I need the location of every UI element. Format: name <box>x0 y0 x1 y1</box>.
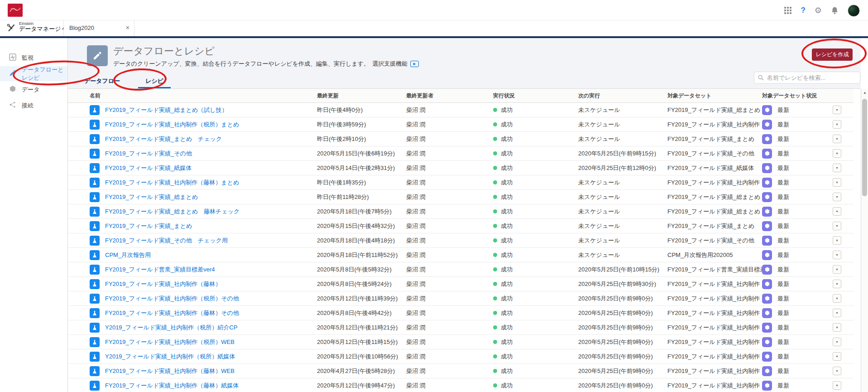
success-dot-icon <box>493 137 497 141</box>
recipe-flask-icon <box>90 265 100 275</box>
workspace-tab-blog2020[interactable]: Blog2020 × <box>63 20 134 36</box>
recipe-name-link[interactable]: FY2019_フィールド実績_社内制作（藤林）まとめ <box>105 179 317 187</box>
sidebar-item-monitor[interactable]: 監視 <box>0 50 67 65</box>
recipe-flask-icon <box>90 337 100 347</box>
recipe-name-link[interactable]: FY2019_フィールド実績_総まとめ 藤林チェック <box>105 208 317 216</box>
recipe-name-link[interactable]: Y2019_フィールド実績_社内制作（税所）紹介CP <box>105 324 317 332</box>
row-actions-dropdown[interactable]: ▼ <box>833 251 841 259</box>
video-play-icon[interactable]: ▶ <box>410 61 419 67</box>
assist-link[interactable]: 選択支援機能 <box>372 60 408 68</box>
user-avatar[interactable] <box>848 5 860 17</box>
recipe-name-link[interactable]: FY2019_フィールド実績_社内制作（税所）まとめ <box>105 121 317 129</box>
recipe-flask-icon <box>90 294 100 304</box>
recipe-name-link[interactable]: FY2019_フィールド実績_社内制作（税所）WEB <box>105 338 317 346</box>
col-next-run[interactable]: 次の実行 <box>578 92 667 100</box>
recipe-name-link[interactable]: FY2019_フィールド実績_社内制作（藤林）紙媒体 <box>105 382 317 390</box>
row-actions-dropdown[interactable]: ▼ <box>833 236 841 245</box>
tab-recipe[interactable]: レシピ <box>138 75 171 88</box>
row-actions-dropdown[interactable]: ▼ <box>833 367 841 375</box>
setup-gear-icon[interactable]: ⚙ <box>815 6 822 15</box>
last-updated-by-value: 柴沼 潤 <box>406 251 493 259</box>
recipe-name-link[interactable]: FY2019_フィールド実績_まとめ <box>105 222 317 230</box>
success-dot-icon <box>493 195 497 199</box>
recipe-name-link[interactable]: FY2019_フィールド実績_総まとめ <box>105 193 317 201</box>
page-subtitle: データのクリーンアップ、変換、結合を行うデータフローやレシピを作成、編集、実行し… <box>113 60 419 68</box>
row-actions-dropdown[interactable]: ▼ <box>833 323 841 332</box>
dataset-hexagon-icon <box>762 366 772 376</box>
col-last-updated-by[interactable]: 最終更新者 <box>406 92 493 100</box>
last-updated-value: 昨日(午後4時0分) <box>317 106 406 114</box>
row-actions-dropdown[interactable]: ▼ <box>833 338 841 346</box>
recipe-name-link[interactable]: FY2019_フィールド営業_実績目標差ver4 <box>105 266 317 274</box>
recipe-name-link[interactable]: Y2019_フィールド実績_社内制作（税所）紙媒体 <box>105 353 317 361</box>
next-run-value: 2020年5月25日(午前9時0分) <box>578 295 667 303</box>
row-actions-dropdown[interactable]: ▼ <box>833 149 841 158</box>
recipe-name-link[interactable]: FY2019_フィールド実績_まとめ チェック <box>105 135 317 143</box>
row-actions-dropdown[interactable]: ▼ <box>833 222 841 230</box>
row-actions-dropdown[interactable]: ▼ <box>833 352 841 361</box>
row-actions-dropdown[interactable]: ▼ <box>833 193 841 201</box>
sidebar-item-dataflows-recipes[interactable]: データフローとレシピ <box>0 66 67 81</box>
last-updated-value: 昨日(午前11時28分) <box>317 193 406 201</box>
target-dataset-value: CPM_月次報告用202005 <box>667 251 762 259</box>
last-updated-by-value: 柴沼 潤 <box>406 106 493 114</box>
table-row: FY2019_フィールド実績_社内制作（税所）その他 2020年5月12日(午後… <box>68 291 854 306</box>
row-actions-dropdown[interactable]: ▼ <box>833 178 841 187</box>
run-status-value: 成功 <box>501 280 513 288</box>
row-actions-dropdown[interactable]: ▼ <box>833 265 841 274</box>
row-actions-dropdown[interactable]: ▼ <box>833 280 841 288</box>
scrollbar-thumb[interactable] <box>862 99 867 196</box>
pulse-icon <box>9 53 16 63</box>
col-name[interactable]: 名前 <box>90 92 317 100</box>
view-tabs: データフロー レシピ <box>77 75 171 88</box>
next-run-value: 2020年5月25日(午前9時15分) <box>578 150 667 158</box>
dataset-status-value: 最新 <box>777 237 789 245</box>
dataset-status-value: 最新 <box>777 266 789 274</box>
run-status-value: 成功 <box>501 164 513 172</box>
search-input[interactable] <box>767 74 856 81</box>
row-actions-dropdown[interactable]: ▼ <box>833 294 841 303</box>
dataset-status-value: 最新 <box>777 121 789 129</box>
run-status-value: 成功 <box>501 193 513 201</box>
row-actions-dropdown[interactable]: ▼ <box>833 381 841 390</box>
scroll-up-arrow-icon[interactable]: ▲ <box>861 90 868 96</box>
sidebar: 監視 データフローとレシピ データ 接続 <box>0 38 68 392</box>
create-recipe-button[interactable]: レシピを作成 <box>812 48 853 61</box>
row-actions-dropdown[interactable]: ▼ <box>833 164 841 172</box>
recipe-name-link[interactable]: FY2019_フィールド実績_社内制作（藤林）その他 <box>105 309 317 317</box>
recipe-name-link[interactable]: FY2019_フィールド実績_紙媒体 <box>105 164 317 172</box>
recipe-name-link[interactable]: FY2019_フィールド実績_総まとめ（試し技） <box>105 106 317 114</box>
recipe-name-link[interactable]: FY2019_フィールド実績_社内制作（藤林） <box>105 280 317 288</box>
row-actions-dropdown[interactable]: ▼ <box>833 207 841 216</box>
target-dataset-value: FY2019_フィールド実績_社内制作（藤林）紙媒体 <box>667 382 762 390</box>
app-launcher-icon[interactable] <box>784 7 791 14</box>
row-actions-dropdown[interactable]: ▼ <box>833 106 841 114</box>
vertical-scrollbar[interactable]: ▲ <box>861 89 868 392</box>
next-run-value: 2020年5月25日(午前12時0分) <box>578 164 667 172</box>
tab-dataflow[interactable]: データフロー <box>77 75 127 88</box>
col-run-status[interactable]: 実行状況 <box>493 92 578 100</box>
row-actions-dropdown[interactable]: ▼ <box>833 120 841 129</box>
next-run-value: 未スケジュール <box>578 179 667 187</box>
sidebar-item-connect[interactable]: 接続 <box>0 98 67 113</box>
recipe-name-link[interactable]: FY2019_フィールド実績_社内制作（藤林）WEB <box>105 367 317 375</box>
col-target-dataset[interactable]: 対象データセット <box>667 92 762 100</box>
next-run-value: 未スケジュール <box>578 135 667 143</box>
help-icon[interactable]: ? <box>801 6 805 15</box>
recipe-name-link[interactable]: FY2019_フィールド実績_その他 チェック用 <box>105 237 317 245</box>
sidebar-item-data[interactable]: データ <box>0 82 67 97</box>
recipe-name-link[interactable]: CPM_月次報告用 <box>105 251 317 259</box>
row-actions-dropdown[interactable]: ▼ <box>833 135 841 143</box>
target-dataset-value: FY2019_フィールド実績_社内制作（税所）その他 <box>667 295 762 303</box>
notifications-bell-icon[interactable] <box>831 6 839 15</box>
target-dataset-value: FY2019_フィールド実績_社内制作（税所）まとめ <box>667 121 762 129</box>
table-row: FY2019_フィールド営業_実績目標差ver4 2020年5月8日(午後5時3… <box>68 262 854 277</box>
row-actions-dropdown[interactable]: ▼ <box>833 309 841 317</box>
col-target-dataset-status[interactable]: 対象データセット状況 <box>762 92 833 100</box>
tab-close-icon[interactable]: × <box>126 24 129 31</box>
recipe-flask-icon <box>90 134 100 144</box>
recipe-name-link[interactable]: FY2019_フィールド実績_社内制作（税所）その他 <box>105 295 317 303</box>
recipe-name-link[interactable]: FY2019_フィールド実績_その他 <box>105 150 317 158</box>
table-row: FY2019_フィールド実績_社内制作（藤林） 2020年5月8日(午後5時24… <box>68 277 854 291</box>
col-last-updated[interactable]: 最終更新 <box>317 92 406 100</box>
